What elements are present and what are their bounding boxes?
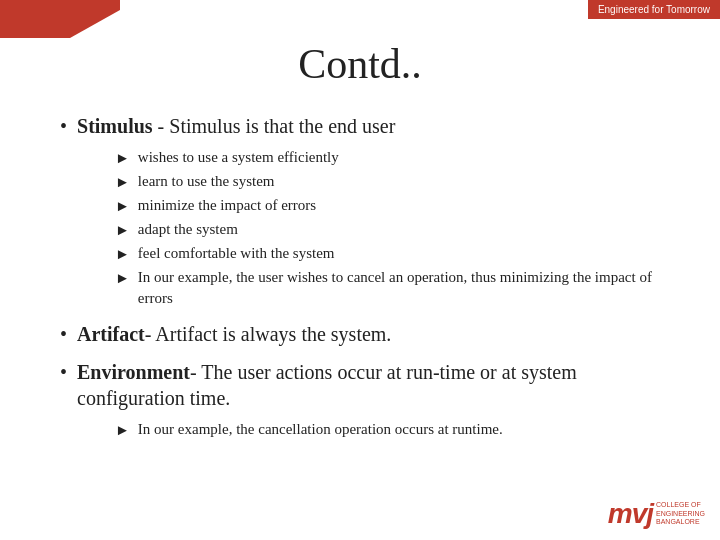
- bullet-dot-environment: •: [60, 359, 67, 385]
- environment-separator: -: [190, 361, 201, 383]
- list-item: ► learn to use the system: [115, 171, 670, 192]
- decorative-shape: [0, 0, 120, 38]
- environment-text: Environment- The user actions occur at r…: [77, 359, 670, 411]
- environment-section: • Environment- The user actions occur at…: [60, 359, 670, 440]
- stimulus-section: • Stimulus - Stimulus is that the end us…: [60, 113, 670, 309]
- list-item: ► minimize the impact of errors: [115, 195, 670, 216]
- artifact-section: • Artifact- Artifact is always the syste…: [60, 321, 670, 347]
- page-title: Contd..: [0, 30, 720, 88]
- sub-text: feel comfortable with the system: [138, 243, 335, 264]
- environment-label: Environment: [77, 361, 190, 383]
- artifact-separator: -: [145, 323, 156, 345]
- list-item: ► In our example, the cancellation opera…: [115, 419, 670, 440]
- stimulus-bullet: • Stimulus - Stimulus is that the end us…: [60, 113, 670, 139]
- list-item: ► In our example, the user wishes to can…: [115, 267, 670, 309]
- header-tagline: Engineered for Tomorrow: [588, 0, 720, 19]
- sub-text: learn to use the system: [138, 171, 275, 192]
- sub-text: wishes to use a system efficiently: [138, 147, 339, 168]
- artifact-text: Artifact- Artifact is always the system.: [77, 321, 391, 347]
- logo-line3: BANGALORE: [656, 518, 705, 526]
- list-item: ► wishes to use a system efficiently: [115, 147, 670, 168]
- stimulus-body: Stimulus is that the end user: [169, 115, 395, 137]
- artifact-body: Artifact is always the system.: [155, 323, 391, 345]
- arrow-icon: ►: [115, 219, 130, 240]
- logo-line1: COLLEGE OF: [656, 501, 705, 509]
- logo-subtext: COLLEGE OF ENGINEERING BANGALORE: [656, 501, 705, 526]
- arrow-icon: ►: [115, 195, 130, 216]
- bullet-dot-stimulus: •: [60, 113, 67, 139]
- sub-text: In our example, the cancellation operati…: [138, 419, 503, 440]
- sub-text: In our example, the user wishes to cance…: [138, 267, 670, 309]
- sub-text: minimize the impact of errors: [138, 195, 316, 216]
- logo-line2: ENGINEERING: [656, 510, 705, 518]
- environment-subbullets: ► In our example, the cancellation opera…: [115, 419, 670, 440]
- svg-marker-0: [0, 0, 120, 38]
- arrow-icon: ►: [115, 171, 130, 192]
- logo-text: mvj: [608, 498, 653, 530]
- stimulus-text: Stimulus - Stimulus is that the end user: [77, 113, 395, 139]
- artifact-label: Artifact: [77, 323, 145, 345]
- bullet-dot-artifact: •: [60, 321, 67, 347]
- main-content: • Stimulus - Stimulus is that the end us…: [0, 93, 720, 472]
- arrow-icon: ►: [115, 419, 130, 440]
- arrow-icon: ►: [115, 147, 130, 168]
- stimulus-separator: -: [153, 115, 170, 137]
- sub-text: adapt the system: [138, 219, 238, 240]
- arrow-icon: ►: [115, 243, 130, 264]
- environment-bullet: • Environment- The user actions occur at…: [60, 359, 670, 411]
- list-item: ► feel comfortable with the system: [115, 243, 670, 264]
- list-item: ► adapt the system: [115, 219, 670, 240]
- stimulus-label: Stimulus: [77, 115, 153, 137]
- arrow-icon: ►: [115, 267, 130, 288]
- logo-area: mvj COLLEGE OF ENGINEERING BANGALORE: [608, 498, 705, 530]
- artifact-bullet: • Artifact- Artifact is always the syste…: [60, 321, 670, 347]
- stimulus-subbullets: ► wishes to use a system efficiently ► l…: [115, 147, 670, 309]
